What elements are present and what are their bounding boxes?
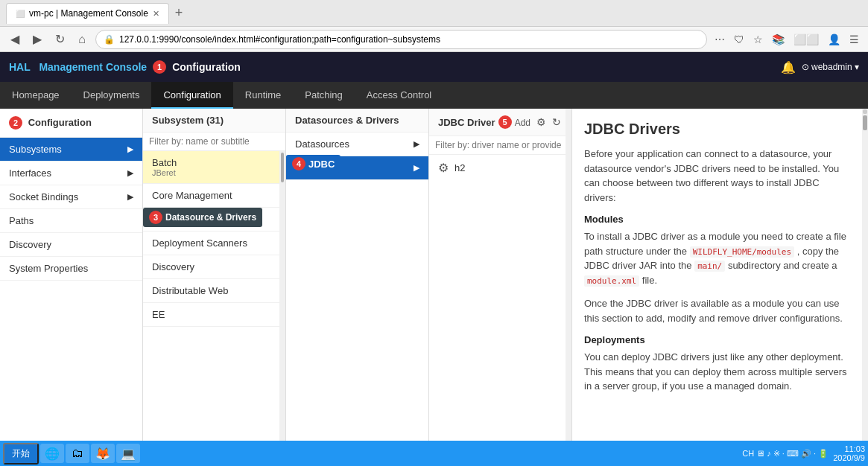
driver-icon: ⚙ [438,161,449,175]
datasource-drivers-tooltip: 3 Datasource & Drivers [143,208,262,227]
taskbar-item-ie[interactable]: 🌐 [40,444,64,463]
chevron-right-icon: ▶ [127,168,133,178]
new-tab-button[interactable]: + [172,5,186,21]
sidebar-item-subsystems[interactable]: Subsystems ▶ [0,138,142,162]
app-nav: Homepage Deployments Configuration Runti… [0,82,868,109]
info-deployments-title: Deployments [584,334,847,345]
app-header: HAL Management Console 1 Configuration 🔔… [0,52,868,82]
back-button[interactable]: ◀ [6,31,24,48]
chevron-right-icon: ▶ [127,144,133,154]
browser-controls: ◀ ▶ ↻ ⌂ 🔒 ⋯ 🛡 ☆ 📚 ⬜⬜ 👤 ☰ [0,27,868,52]
chevron-right-icon: ▶ [127,192,133,202]
list-item-discovery[interactable]: Discovery [143,255,285,279]
jdbc-panel: JDBC Driver 5 Add ⚙ ↻ ⚙ h2 [429,109,572,445]
tab-favicon: ⬜ [16,10,25,18]
nav-deployments[interactable]: Deployments [72,82,152,109]
add-badge-5: 5 [498,115,512,129]
taskbar-item-firefox[interactable]: 🦊 [91,444,115,463]
start-button[interactable]: 开始 [3,443,39,465]
jdbc-scroll-bar[interactable] [566,109,571,445]
subsystem-filter-input[interactable] [143,133,285,151]
list-item-datasources-drivers[interactable]: Datasources & Drivers 3 Datasource & Dri… [143,208,285,232]
profile-icon[interactable]: 👤 [825,32,843,47]
add-label: Add [515,118,530,128]
browser-actions: ⋯ 🛡 ☆ 📚 ⬜⬜ 👤 ☰ [712,32,862,47]
refresh-button[interactable]: ↻ [51,31,69,48]
taskbar-clock: 11:03 2020/9/9 [833,444,865,462]
user-menu[interactable]: ⊙ webadmin ▾ [802,62,859,72]
list-item-core-management[interactable]: Core Management [143,184,285,208]
sidebar-item-socket-bindings[interactable]: Socket Bindings ▶ [0,185,142,209]
nav-homepage[interactable]: Homepage [0,82,72,109]
datasources-panel: Datasources & Drivers Datasources ▶ 4 JD… [286,109,429,445]
info-modules-para2: Once the JDBC driver is available as a m… [584,296,847,325]
tooltip-badge-4: 4 [292,157,305,170]
url-input[interactable] [119,34,699,45]
reader-icon[interactable]: ⬜⬜ [791,32,822,47]
taskbar-right: CH 🖥 ♪ ※ · ⌨ 🔊 · 🔋 11:03 2020/9/9 [742,444,865,462]
explorer-icon: 🗂 [72,447,83,460]
sidebar-item-system-properties[interactable]: System Properties [0,257,142,281]
browser-tab[interactable]: ⬜ vm-pc | Management Console ✕ [6,3,169,24]
tab-title: vm-pc | Management Console [29,8,148,19]
sidebar-item-interfaces[interactable]: Interfaces ▶ [0,162,142,185]
menu-icon[interactable]: ☰ [846,32,862,47]
nav-runtime[interactable]: Runtime [233,82,293,109]
logo-rest: Management Console [39,61,147,73]
jdbc-filter-input[interactable] [429,136,571,155]
taskbar-item-terminal[interactable]: 💻 [116,444,140,463]
chevron-right-icon: ▶ [414,163,419,173]
driver-item-h2[interactable]: ⚙ h2 [429,155,571,181]
jdbc-panel-header: JDBC Driver 5 Add ⚙ ↻ [429,109,571,136]
library-icon[interactable]: 📚 [769,32,788,47]
browser-titlebar: ⬜ vm-pc | Management Console ✕ + [0,0,868,27]
logo-hal: HAL [9,61,31,73]
shield-icon[interactable]: 🛡 [731,32,747,47]
refresh-icon[interactable]: ↻ [551,115,563,130]
breadcrumb-text: Configuration [172,61,241,73]
nav-access-control[interactable]: Access Control [355,82,443,109]
taskbar-sys-icons: CH 🖥 ♪ ※ · ⌨ 🔊 · 🔋 [742,449,829,459]
settings-icon[interactable]: ⚙ [535,115,548,130]
sidebar-item-discovery[interactable]: Discovery [0,233,142,257]
home-button[interactable]: ⌂ [73,31,91,48]
info-title: JDBC Drivers [584,121,847,138]
terminal-icon: 💻 [121,447,136,461]
bell-icon[interactable]: 🔔 [781,60,796,74]
subsystem-panel-header: Subsystem (31) [143,109,285,133]
ie-icon: 🌐 [45,447,60,461]
nav-patching[interactable]: Patching [293,82,355,109]
chevron-right-icon: ▶ [414,139,419,149]
sidebar-badge-2: 2 [9,116,22,130]
lock-icon: 🔒 [104,34,115,45]
list-item-batch[interactable]: Batch JBeret [143,151,285,184]
driver-name: h2 [454,162,465,173]
subsystem-panel: Subsystem (31) Batch JBeret Core Managem… [143,109,286,445]
breadcrumb-badge-1: 1 [153,60,166,74]
list-item-distributable-web[interactable]: Distributable Web [143,279,285,303]
info-panel: JDBC Drivers Before your application can… [572,109,868,445]
jdbc-tooltip: 4 JDBC [286,155,340,173]
taskbar-item-explorer[interactable]: 🗂 [66,444,89,463]
forward-button[interactable]: ▶ [28,31,46,48]
ds-item-jdbc-drivers[interactable]: 4 JDBC JDBC Drivers ▶ [286,156,428,180]
left-sidebar: 2 Configuration Subsystems ▶ Interfaces … [0,109,143,445]
scroll-bar[interactable] [279,151,285,445]
sidebar-item-paths[interactable]: Paths [0,209,142,233]
address-bar[interactable]: 🔒 [95,30,707,49]
add-button-container: 5 Add [498,115,532,130]
list-item-ee[interactable]: EE [143,303,285,327]
datasources-panel-header: Datasources & Drivers [286,109,428,133]
info-scroll-bar[interactable] [862,109,868,445]
star-icon[interactable]: ☆ [750,32,766,47]
info-modules-text: To install a JDBC driver as a module you… [584,229,847,287]
add-button[interactable]: Add [513,115,532,130]
nav-configuration[interactable]: Configuration [151,82,232,109]
info-modules-title: Modules [584,214,847,225]
list-item-deployment-scanners[interactable]: Deployment Scanners [143,232,285,255]
tab-close-icon[interactable]: ✕ [153,9,159,19]
bookmarks-icon[interactable]: ⋯ [712,32,728,47]
main-layout: 2 Configuration Subsystems ▶ Interfaces … [0,109,868,445]
info-deployments-text: You can deploy JDBC drivers just like an… [584,350,847,394]
ds-item-datasources[interactable]: Datasources ▶ [286,133,428,156]
